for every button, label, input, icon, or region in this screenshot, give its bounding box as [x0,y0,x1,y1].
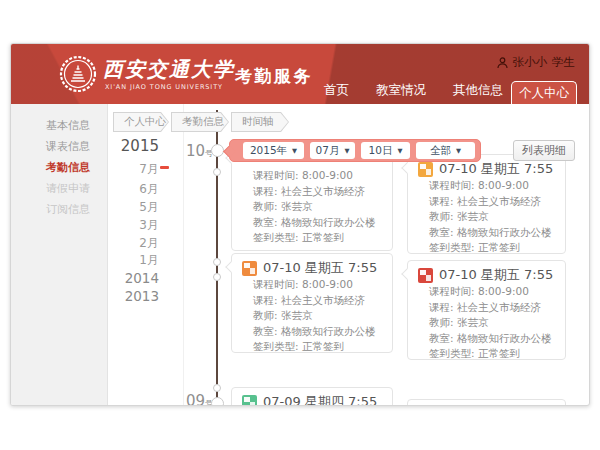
card-row-course: 课程: 社会主义市场经济 [418,300,555,316]
attendance-app-window: 西安交通大学 XI'AN JIAO TONG UNIVERSITY 考勤服务 张… [10,43,590,406]
month-dropdown[interactable]: 07月▼ [310,142,355,159]
card-row-classroom: 教室: 格物致知行政办公楼 [242,324,382,340]
sidebar-item-leave-request[interactable]: 请假申请 [11,178,107,199]
attendance-stamp-red-icon [418,268,433,283]
chevron-down-icon: ▼ [397,147,402,155]
card-row-classroom: 教室: 格物致知行政办公楼 [242,215,382,231]
card-pointer [225,261,236,272]
app-header: 西安交通大学 XI'AN JIAO TONG UNIVERSITY 考勤服务 张… [11,44,589,104]
card-pointer [401,162,412,173]
card-row-course-time: 课程时间: 8:00-9:00 [418,178,555,194]
university-name-en: XI'AN JIAO TONG UNIVERSITY [105,83,223,91]
card-row-course: 课程: 社会主义市场经济 [242,184,382,200]
day-marker-09: 09号 [186,391,213,406]
nav-item-classrooms[interactable]: 教室情况 [376,82,426,99]
card-row-teacher: 教师: 张芸京 [242,308,382,324]
attendance-card[interactable]: 07-10 星期五 7:55 课程时间: 8:00-9:00 课程: 社会主义市… [407,260,566,360]
user-role: 学生 [552,55,575,70]
scale-year-2014[interactable]: 2014 [125,271,159,285]
nav-item-other-info[interactable]: 其他信息 [453,82,503,99]
card-row-teacher: 教师: 张芸京 [418,209,555,225]
card-row-classroom: 教室: 格物致知行政办公楼 [418,331,555,347]
card-header: 07-10 星期五 7:55 [418,160,555,178]
chevron-down-icon: ▼ [344,147,349,155]
card-pointer [401,268,412,279]
type-dropdown[interactable]: 全部▼ [416,142,475,159]
card-header: 07-09 星期四 7:55 [242,393,382,406]
card-row-signin-type: 签到类型: 正常签到 [418,240,555,256]
card-row-signin-type: 签到类型: 正常签到 [418,346,555,362]
list-detail-button[interactable]: 列表明细 [513,140,575,161]
timeline-node [213,168,221,176]
chevron-down-icon: ▼ [456,147,461,155]
university-logo-icon [59,55,97,93]
sidebar-item-subscription-info[interactable]: 订阅信息 [11,199,107,220]
timeline-node [213,273,221,281]
year-dropdown[interactable]: 2015年▼ [243,142,304,159]
top-nav: 首页 教室情况 其他信息 [324,82,503,99]
timeline-year-scale: 2015 7月 6月 5月 3月 2月 1月 2014 2013 [108,104,184,406]
card-row-signin-type: 签到类型: 正常签到 [242,339,382,355]
timeline-node [213,384,221,392]
card-row-course-time: 课程时间: 8:00-9:00 [242,168,382,184]
attendance-stamp-orange-icon [418,162,433,177]
breadcrumb-timeline[interactable]: 时间轴 [231,112,289,132]
card-row-course: 课程: 社会主义市场经济 [242,293,382,309]
attendance-card-clipped[interactable]: 07-09 星期四 7:55 [231,387,393,406]
filter-bar-pointer [223,145,236,158]
app-title: 考勤服务 [235,65,313,88]
timeline-node-day09 [211,397,224,406]
scale-month-jan[interactable]: 1月 [139,253,159,267]
scale-year-2013[interactable]: 2013 [125,289,159,303]
card-row-classroom: 教室: 格物致知行政办公楼 [418,225,555,241]
breadcrumb-personal-center[interactable]: 个人中心 [113,112,169,132]
sidebar-item-attendance-info-active[interactable]: 考勤信息 [11,157,107,178]
nav-tab-personal-center-active[interactable]: 个人中心 [511,81,577,104]
scale-month-jul[interactable]: 7月 [139,162,159,176]
timeline-node-day10 [211,144,224,157]
scale-year-2015[interactable]: 2015 [121,139,159,153]
nav-item-home[interactable]: 首页 [324,82,349,99]
attendance-card[interactable]: 07-10 星期五 7:55 课程时间: 8:00-9:00 课程: 社会主义市… [407,154,566,254]
card-row-course: 课程: 社会主义市场经济 [418,194,555,210]
attendance-stamp-deep-orange-icon [242,261,257,276]
attendance-stamp-green-icon [242,395,257,407]
card-header: 07-10 星期五 7:55 [418,266,555,284]
scale-month-jun[interactable]: 6月 [139,182,159,196]
card-row-course-time: 课程时间: 8:00-9:00 [418,284,555,300]
university-name-cn: 西安交通大学 [103,56,235,83]
card-row-course-time: 课程时间: 8:00-9:00 [242,277,382,293]
card-row-signin-type: 签到类型: 正常签到 [242,230,382,246]
scale-month-mar[interactable]: 3月 [139,218,159,232]
breadcrumb-attendance-info[interactable]: 考勤信息 [171,112,229,132]
attendance-card-clipped[interactable] [407,399,566,406]
sidebar-item-schedule-info[interactable]: 课表信息 [11,136,107,157]
scale-month-may[interactable]: 5月 [139,200,159,214]
sidebar-item-basic-info[interactable]: 基本信息 [11,115,107,136]
user-info[interactable]: 张小小 学生 [497,55,576,70]
scale-month-feb[interactable]: 2月 [139,236,159,250]
card-row-teacher: 教师: 张芸京 [242,199,382,215]
card-header: 07-10 星期五 7:55 [242,259,382,277]
day-marker-10: 10号 [186,141,213,160]
day-dropdown[interactable]: 10日▼ [361,142,410,159]
attendance-card[interactable]: 07-10 星期五 7:55 课程时间: 8:00-9:00 课程: 社会主义市… [231,253,393,353]
chevron-down-icon: ▼ [292,147,297,155]
card-row-teacher: 教师: 张芸京 [418,315,555,331]
sidebar-menu: 基本信息 课表信息 考勤信息 请假申请 订阅信息 [11,104,108,406]
user-name: 张小小 [513,55,548,70]
current-month-tick [160,166,169,169]
date-filter-bar: 2015年▼ 07月▼ 10日▼ 全部▼ [229,139,481,162]
timeline-node [213,258,221,266]
user-icon [497,57,508,69]
